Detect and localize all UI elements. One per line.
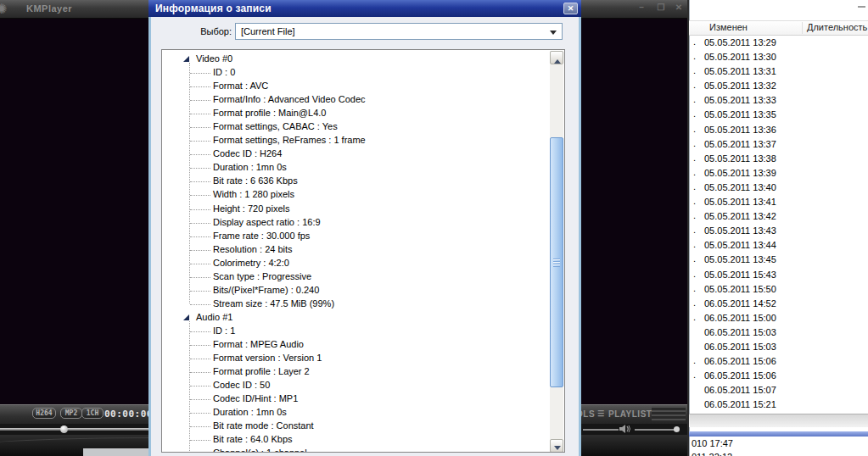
tree-child-node[interactable]: Colorimetry : 4:2:0 xyxy=(162,256,548,270)
file-row[interactable]: .05.05.2011 13:38 xyxy=(689,152,868,166)
dialog-close-button[interactable]: ✕ xyxy=(563,3,578,14)
tree-child-node[interactable]: Bit rate : 64.0 Kbps xyxy=(162,432,548,446)
tree-node-label: ID : 1 xyxy=(213,325,235,336)
tree-child-node[interactable]: Resolution : 24 bits xyxy=(162,242,548,256)
file-row[interactable]: .05.05.2011 13:36 xyxy=(689,123,868,137)
tree-child-node[interactable]: ID : 0 xyxy=(162,65,548,79)
tree-child-node[interactable]: Duration : 1mn 0s xyxy=(162,405,548,419)
playlist-button[interactable]: PLAYLIST xyxy=(608,409,652,419)
source-select-dropdown[interactable]: [Current File] xyxy=(235,23,563,40)
tree-parent-node[interactable]: Video #0 xyxy=(162,52,548,65)
tree-child-node[interactable]: Codec ID : 50 xyxy=(162,378,548,392)
file-row[interactable]: .05.05.2011 13:40 xyxy=(689,181,868,195)
tree-child-node[interactable]: Format profile : Main@L4.0 xyxy=(162,106,548,120)
file-row[interactable]: .05.05.2011 15:43 xyxy=(689,268,868,282)
tree-connector xyxy=(190,195,210,196)
file-row[interactable]: .05.05.2011 13:44 xyxy=(689,238,868,253)
column-header-duration[interactable]: Длительность xyxy=(807,22,867,32)
file-row[interactable]: .05.05.2011 13:37 xyxy=(689,137,868,152)
tree-child-node[interactable]: ID : 1 xyxy=(162,324,548,337)
file-row[interactable]: .05.05.2011 13:35 xyxy=(689,108,868,122)
partial-file-row[interactable]: 010 17:47 xyxy=(692,438,733,448)
tree-child-node[interactable]: Codec ID : H264 xyxy=(162,147,548,160)
modified-date: 05.05.2011 13:40 xyxy=(704,182,776,192)
file-row[interactable]: .05.05.2011 13:42 xyxy=(689,209,868,224)
tree-connector xyxy=(190,291,210,292)
tree-child-node[interactable]: Format : MPEG Audio xyxy=(162,337,548,351)
tree-child-node[interactable]: Format profile : Layer 2 xyxy=(162,364,548,378)
tree-child-node[interactable]: Bit rate : 6 636 Kbps xyxy=(162,174,548,187)
tree-connector xyxy=(190,304,210,305)
modified-date: 06.05.2011 14:52 xyxy=(704,298,776,309)
tree-child-node[interactable]: Width : 1 280 pixels xyxy=(162,187,548,201)
file-row[interactable]: .05.05.2011 13:43 xyxy=(689,224,868,238)
chevron-down-icon[interactable] xyxy=(550,31,557,38)
file-row[interactable]: .05.05.2011 13:30 xyxy=(689,50,868,64)
file-row[interactable]: 06.05.2011 15:03 xyxy=(689,325,868,340)
tree-child-node[interactable]: Frame rate : 30.000 fps xyxy=(162,229,548,242)
file-row[interactable]: .05.05.2011 13:39 xyxy=(689,166,868,181)
dialog-titlebar[interactable]: Информация о записи ✕ xyxy=(148,0,581,17)
file-row[interactable]: .05.05.2011 13:32 xyxy=(689,79,868,93)
tree-node-label: Audio #1 xyxy=(196,312,232,322)
clipped-filename-text: . xyxy=(693,124,696,134)
tree-scrollbar[interactable] xyxy=(550,51,563,453)
column-header-modified[interactable]: Изменен xyxy=(709,22,748,32)
video-codec-badge: H264 xyxy=(32,408,56,419)
file-row[interactable]: .06.05.2011 15:06 xyxy=(689,354,868,369)
minimize-button[interactable]: – xyxy=(635,3,648,12)
tree-child-node[interactable]: Display aspect ratio : 16:9 xyxy=(162,215,548,229)
modified-date: 05.05.2011 13:29 xyxy=(704,37,776,47)
tree-connector xyxy=(190,426,210,427)
file-row[interactable]: .05.05.2011 13:33 xyxy=(689,93,868,108)
tree-child-node[interactable]: Format version : Version 1 xyxy=(162,351,548,364)
scroll-up-button[interactable] xyxy=(550,51,563,64)
file-row[interactable]: .06.05.2011 15:00 xyxy=(689,311,868,325)
clipped-filename-text: . xyxy=(693,283,696,293)
file-row[interactable]: 06.05.2011 15:07 xyxy=(689,383,868,398)
file-row[interactable]: 06.05.2011 15:21 xyxy=(689,398,868,412)
tree-child-node[interactable]: Format settings, CABAC : Yes xyxy=(162,120,548,133)
tree-child-node[interactable]: Format settings, ReFrames : 1 frame xyxy=(162,133,548,147)
tree-connector xyxy=(190,141,210,142)
maximize-button[interactable]: ❐ xyxy=(654,3,668,12)
tree-child-node[interactable]: Format/Info : Advanced Video Codec xyxy=(162,92,548,106)
modified-date: 06.05.2011 15:03 xyxy=(704,342,776,352)
file-row[interactable]: .05.05.2011 13:31 xyxy=(689,64,868,79)
volume-thumb[interactable] xyxy=(674,426,680,432)
speaker-icon[interactable] xyxy=(619,424,631,434)
partial-file-row[interactable]: 011 22:12 xyxy=(692,452,732,456)
close-button[interactable]: ✕ xyxy=(672,3,686,12)
volume-track-left[interactable] xyxy=(583,429,619,431)
file-row[interactable]: .06.05.2011 14:52 xyxy=(689,297,868,311)
tree-child-node[interactable]: Height : 720 pixels xyxy=(162,202,548,215)
tree-child-node[interactable]: Codec ID/Hint : MP1 xyxy=(162,392,548,405)
scroll-thumb[interactable] xyxy=(550,137,563,387)
tree-connector xyxy=(190,359,210,359)
tree-child-node[interactable]: Format : AVC xyxy=(162,79,548,92)
file-row[interactable]: 06.05.2011 15:03 xyxy=(689,340,868,354)
tree-node-label: Height : 720 pixels xyxy=(213,203,290,214)
tree-child-node[interactable]: Scan type : Progressive xyxy=(162,270,548,283)
tree-child-node[interactable]: Channel(s) : 1 channel xyxy=(162,446,548,453)
file-row[interactable]: .05.05.2011 13:45 xyxy=(689,253,868,267)
tree-node-label: Bit rate : 6 636 Kbps xyxy=(213,175,298,186)
volume-track-right[interactable] xyxy=(635,429,675,431)
scroll-down-button[interactable] xyxy=(550,439,563,453)
file-row[interactable]: .06.05.2011 15:06 xyxy=(689,369,868,383)
expanded-arrow-icon[interactable] xyxy=(183,314,189,320)
expanded-arrow-icon[interactable] xyxy=(183,56,189,62)
file-row[interactable]: .05.05.2011 15:50 xyxy=(689,282,868,297)
file-row[interactable]: .05.05.2011 13:29 xyxy=(689,36,868,50)
tree-parent-node[interactable]: Audio #1 xyxy=(162,310,548,324)
tree-child-node[interactable]: Stream size : 47.5 MiB (99%) xyxy=(162,297,548,310)
seek-thumb[interactable] xyxy=(60,425,68,433)
clipped-filename-text: . xyxy=(693,355,696,365)
tree-child-node[interactable]: Bits/(Pixel*Frame) : 0.240 xyxy=(162,283,548,297)
tree-connector xyxy=(190,345,210,346)
tree-child-node[interactable]: Duration : 1mn 0s xyxy=(162,160,548,174)
column-separator[interactable] xyxy=(802,22,803,34)
tree-connector xyxy=(190,372,210,373)
file-row[interactable]: .05.05.2011 13:41 xyxy=(689,195,868,209)
tree-child-node[interactable]: Bit rate mode : Constant xyxy=(162,419,548,432)
